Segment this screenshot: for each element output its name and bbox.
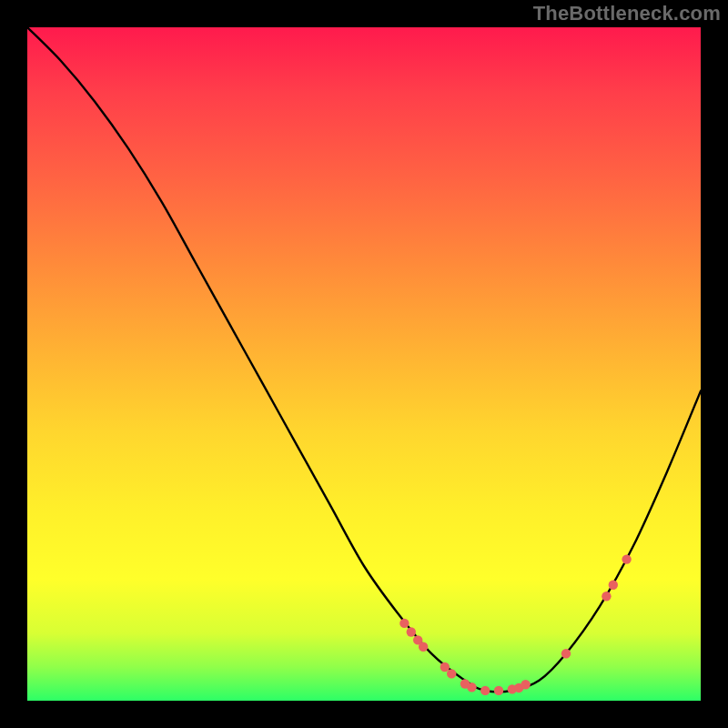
- curve-marker: [407, 627, 416, 636]
- curve-line: [27, 27, 701, 692]
- curve-marker: [561, 649, 571, 658]
- curve-marker: [419, 642, 428, 652]
- curve-marker: [467, 682, 476, 692]
- curve-marker: [494, 686, 503, 695]
- chart-container: TheBottleneck.com: [0, 0, 728, 728]
- curve-markers: [399, 554, 632, 695]
- watermark-text: TheBottleneck.com: [533, 2, 721, 25]
- curve-svg: [27, 27, 701, 701]
- curve-marker: [440, 662, 450, 672]
- curve-marker: [622, 554, 631, 563]
- curve-marker: [521, 680, 530, 689]
- curve-marker: [602, 592, 611, 601]
- plot-area: [27, 27, 701, 701]
- curve-marker: [609, 581, 618, 590]
- curve-marker: [447, 669, 456, 678]
- curve-marker: [399, 619, 409, 628]
- curve-marker: [480, 686, 490, 695]
